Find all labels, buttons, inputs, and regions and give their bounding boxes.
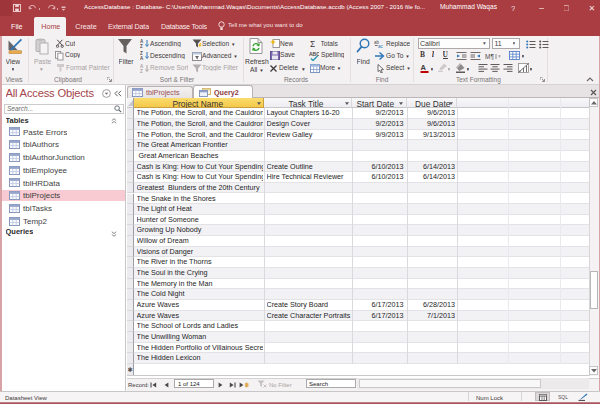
svg-text:A: A xyxy=(420,63,426,72)
svg-text:Z: Z xyxy=(140,44,143,48)
svg-text:M¶: M¶ xyxy=(485,53,494,60)
svg-text:Z: Z xyxy=(140,69,143,73)
svg-text:ac: ac xyxy=(378,44,384,48)
svg-text:A: A xyxy=(140,56,144,60)
